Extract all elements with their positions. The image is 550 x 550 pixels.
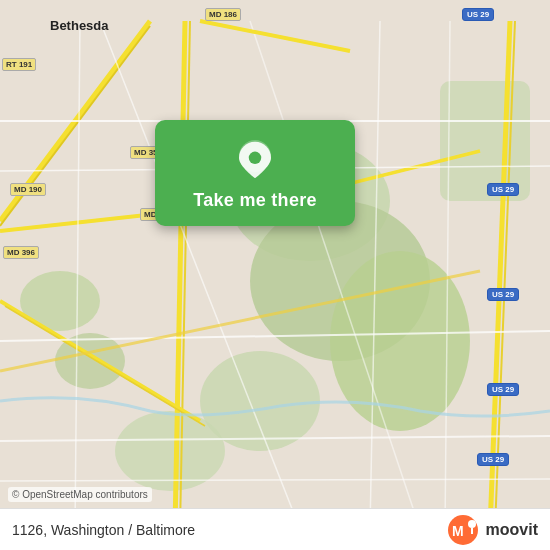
road-label-us29-top: US 29 [462, 8, 494, 21]
svg-point-34 [468, 520, 476, 528]
action-card[interactable]: Take me there [155, 120, 355, 226]
svg-point-7 [115, 411, 225, 491]
svg-line-29 [200, 21, 350, 51]
moovit-logo-icon: M [447, 514, 479, 546]
road-label-us29-mid2: US 29 [487, 288, 519, 301]
map-roads-layer [0, 0, 550, 550]
osm-attribution: © OpenStreetMap contributors [8, 487, 152, 502]
location-pin-icon [235, 140, 275, 180]
place-label-bethesda: Bethesda [50, 18, 109, 33]
svg-line-22 [0, 479, 550, 481]
road-label-md190: MD 190 [10, 183, 46, 196]
road-label-us29-low: US 29 [487, 383, 519, 396]
take-me-there-button[interactable]: Take me there [193, 190, 317, 211]
moovit-brand-text: moovit [486, 521, 538, 539]
svg-text:M: M [452, 523, 464, 539]
footer-bar: 1126, Washington / Baltimore M moovit [0, 508, 550, 550]
footer-location-text: 1126, Washington / Baltimore [12, 522, 195, 538]
svg-line-13 [0, 301, 200, 421]
road-label-rt191: RT 191 [2, 58, 36, 71]
map-container: MD 186 US 29 RT 191 MD 355 MD 35 MD 190 … [0, 0, 550, 550]
road-label-us29-bot: US 29 [477, 453, 509, 466]
svg-line-14 [5, 306, 205, 426]
svg-point-31 [249, 152, 261, 164]
road-label-md396: MD 396 [3, 246, 39, 259]
svg-line-9 [0, 26, 150, 226]
moovit-logo: M moovit [447, 514, 538, 546]
road-label-md186: MD 186 [205, 8, 241, 21]
road-label-us29-mid: US 29 [487, 183, 519, 196]
